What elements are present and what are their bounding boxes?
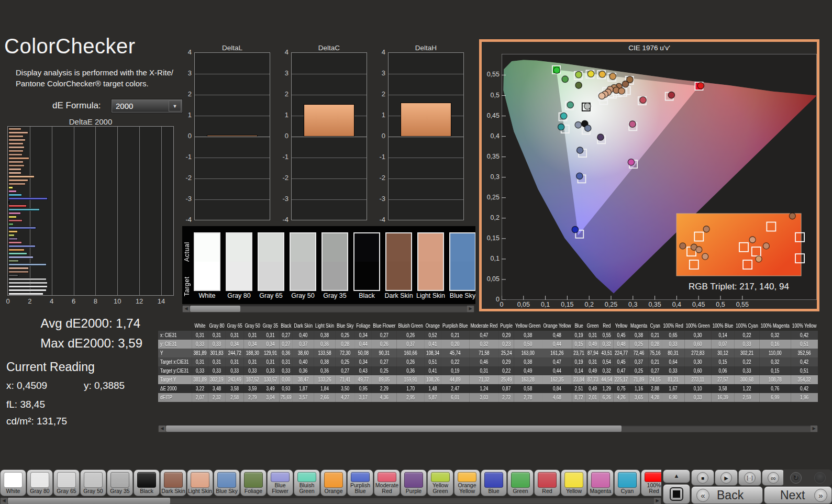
patch-button-orange-yellow[interactable]: Orange Yellow (454, 469, 480, 496)
patch-button-bluish-green[interactable]: Bluish Green (294, 469, 320, 496)
table-scrollbar[interactable]: ◀ ▶ (158, 425, 818, 432)
patch-button-foliage[interactable]: Foliage (240, 469, 267, 496)
de-formula-dropdown[interactable]: 2000 ▼ (111, 99, 183, 113)
table-cell: 2,01 (585, 393, 600, 402)
pattern-window-button[interactable] (663, 484, 690, 504)
patch-button-gray-65[interactable]: Gray 65 (53, 469, 80, 496)
deltae-bar (8, 271, 29, 273)
table-cell: 0,49 (585, 384, 600, 393)
table-cell: 89,05 (372, 375, 397, 384)
collapse-button[interactable]: ▲ (663, 469, 690, 483)
table-cell: 0,29 (499, 331, 514, 340)
back-button[interactable]: « Back (691, 486, 763, 504)
table-cell: 2,59 (735, 393, 759, 402)
delta-chart-deltac (291, 52, 367, 220)
table-cell: 0,31 (208, 357, 226, 366)
interval-button[interactable]: [··] (738, 469, 761, 486)
toolbar-scrollbar[interactable]: ◀ ▶ (0, 497, 661, 504)
table-cell: 0,32 (600, 366, 613, 375)
patch-button-label: Yellow Green (428, 483, 453, 496)
table-cell: 6,99 (759, 393, 791, 402)
cie-diagram-panel[interactable]: CIE 1976 u'v' (479, 39, 819, 311)
patch-button-magenta[interactable]: Magenta (587, 469, 614, 496)
table-cell: 1,70 (397, 384, 424, 393)
current-reading-heading: Current Reading (6, 360, 95, 374)
table-row-label: Target y:CIE31 (158, 366, 192, 375)
table-cell: 0,32 (759, 357, 791, 366)
patch-button-label: Purplish Blue (348, 483, 373, 496)
loop-button[interactable]: ∞ (762, 469, 785, 486)
table-cell: 0,30 (684, 357, 711, 366)
patch-button-red[interactable]: Red (534, 469, 560, 496)
table-cell: 188,30 (243, 349, 261, 357)
scroll-left-icon[interactable]: ◀ (1, 498, 7, 504)
patch-button-blue-flower[interactable]: Blue Flower (267, 469, 293, 496)
patch-button-label: Orange Yellow (454, 483, 480, 496)
patch-button-gray-35[interactable]: Gray 35 (107, 469, 133, 496)
refresh-icon[interactable]: ↻ (790, 472, 802, 484)
scroll-left-icon[interactable]: ◀ (159, 425, 165, 432)
table-cell: 1,22 (735, 384, 759, 393)
patch-button-gray-80[interactable]: Gray 80 (27, 469, 53, 496)
patch-color-chip (431, 472, 450, 482)
cie-diagram (502, 54, 817, 300)
table-cell: 244,72 (226, 349, 243, 357)
avg-de2000-readout: Avg dE2000: 1,74 (5, 316, 140, 331)
patch-button-green[interactable]: Green (507, 469, 534, 496)
table-column-header: Dark Skin (293, 321, 314, 331)
scroll-right-icon[interactable]: ▶ (467, 306, 474, 312)
delta-chart-title: DeltaL (194, 44, 270, 52)
viewer-scrollbar[interactable]: ◀ ▶ (182, 305, 474, 312)
table-cell: 1,29 (600, 384, 613, 393)
deltae-bar (8, 230, 18, 233)
table-cell: 0,22 (441, 357, 469, 366)
table-cell: 71,41 (335, 375, 354, 384)
stop-button[interactable]: ■ (691, 469, 714, 486)
patch-button-100-red[interactable]: 100% Red (641, 469, 661, 496)
table-cell: 50,08 (355, 349, 372, 357)
scroll-left-icon[interactable]: ◀ (183, 306, 190, 312)
next-button[interactable]: Next » (764, 486, 832, 504)
cie-measured-point (576, 173, 583, 179)
table-cell: 25,24 (499, 349, 514, 357)
table-cell: 108,26 (424, 375, 441, 384)
patch-button-purplish-blue[interactable]: Purplish Blue (347, 469, 373, 496)
patch-button-black[interactable]: Black (134, 469, 160, 496)
patch-button-cyan[interactable]: Cyan (614, 469, 640, 496)
back-button-label: Back (717, 488, 744, 502)
deltae-bar (8, 252, 27, 255)
patch-button-blue-sky[interactable]: Blue Sky (214, 469, 240, 496)
table-cell: 0,76 (759, 384, 791, 393)
patch-button-moderate-red[interactable]: Moderate Red (374, 469, 400, 496)
patch-button-light-skin[interactable]: Light Skin (187, 469, 213, 496)
patch-button-gray-50[interactable]: Gray 50 (80, 469, 106, 496)
table-cell: 0,47 (469, 331, 499, 340)
deltae-bar (8, 212, 21, 215)
delta-chart-title: DeltaC (291, 44, 367, 52)
table-cell: 25,49 (499, 375, 514, 384)
table-cell: 0,33 (735, 340, 759, 349)
toolbar-scrollbar-thumb[interactable] (8, 498, 170, 504)
chevron-down-icon[interactable]: ▼ (169, 100, 181, 111)
patch-button-orange[interactable]: Orange (320, 469, 347, 496)
table-column-header: Foliage (355, 321, 372, 331)
viewer-scrollbar-thumb[interactable] (190, 306, 240, 312)
table-column-header: Gray 80 (208, 321, 226, 331)
table-cell: 80,31 (662, 349, 684, 357)
table-cell: 5,87 (424, 393, 441, 402)
patch-button-blue[interactable]: Blue (481, 469, 507, 496)
patch-button-yellow[interactable]: Yellow (561, 469, 587, 496)
table-column-header: 100% Cyan (735, 321, 759, 331)
patch-button-dark-skin[interactable]: Dark Skin (160, 469, 186, 496)
table-cell: 0,33 (243, 366, 261, 375)
patch-button-yellow-green[interactable]: Yellow Green (427, 469, 453, 496)
scroll-right-icon[interactable]: ▶ (654, 498, 661, 504)
scroll-right-icon[interactable]: ▶ (811, 425, 817, 432)
patch-button-purple[interactable]: Purple (401, 469, 427, 496)
play-button[interactable]: ▶ (715, 469, 738, 486)
table-cell: 3,58 (711, 384, 735, 393)
table-column-header: Purplish Blue (441, 321, 469, 331)
patch-button-white[interactable]: White (0, 469, 26, 496)
table-scrollbar-thumb[interactable] (166, 425, 622, 432)
table-cell: 243,49 (226, 375, 243, 384)
